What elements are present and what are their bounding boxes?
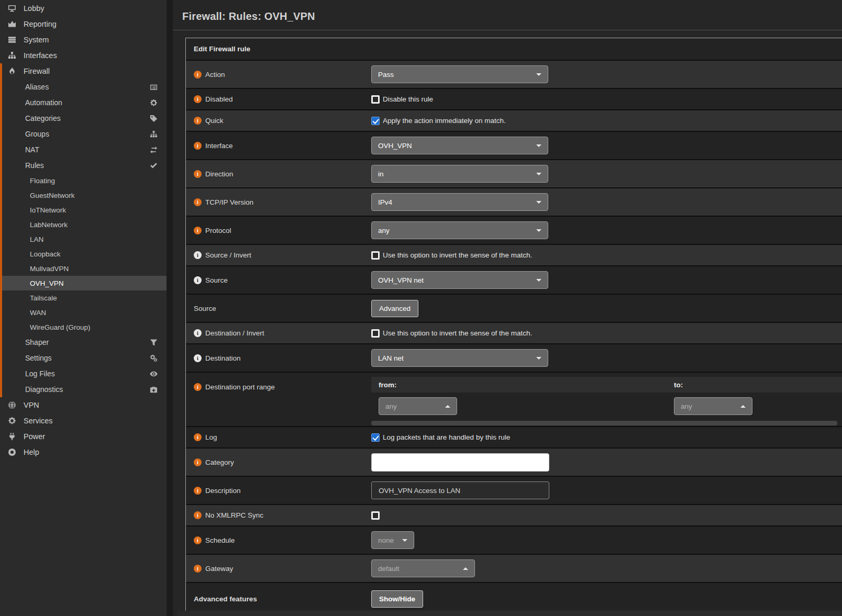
protocol-select[interactable]: any bbox=[371, 221, 548, 239]
category-input[interactable] bbox=[371, 453, 549, 472]
sidebar-item-automation[interactable]: Automation bbox=[0, 95, 167, 110]
sidebar-item-reporting[interactable]: Reporting bbox=[0, 16, 167, 32]
source-select[interactable]: OVH_VPN net bbox=[371, 271, 548, 289]
sidebar-item-mullvadvpn[interactable]: MullvadVPN bbox=[0, 261, 167, 276]
sidebar-item-label: NAT bbox=[25, 145, 39, 154]
sidebar-item-wan[interactable]: WAN bbox=[0, 305, 167, 320]
sidebar-item-label: IoTNetwork bbox=[30, 206, 66, 214]
row-label-disabled: iDisabled bbox=[186, 95, 371, 103]
source-invert-label-text: Source / Invert bbox=[205, 251, 251, 259]
caret-up-icon bbox=[445, 405, 450, 408]
row-label-log: iLog bbox=[186, 433, 371, 441]
cog-icon bbox=[8, 417, 17, 425]
sidebar-item-lan[interactable]: LAN bbox=[0, 232, 167, 247]
form-row-dest-invert: iDestination / InvertUse this option to … bbox=[186, 323, 842, 344]
info-icon: i bbox=[194, 487, 202, 495]
interface-select[interactable]: OVH_VPN bbox=[371, 137, 548, 154]
port-range-from-header: from: bbox=[371, 381, 669, 389]
schedule-label-text: Schedule bbox=[205, 536, 235, 544]
form-row-category: iCategory bbox=[186, 449, 842, 477]
sidebar-item-label: Lobby bbox=[24, 4, 45, 13]
sidebar-item-aliases[interactable]: Aliases bbox=[0, 79, 167, 95]
info-icon: i bbox=[194, 71, 202, 79]
disabled-checkbox[interactable] bbox=[371, 95, 380, 104]
sidebar-item-wireguard-group-[interactable]: WireGuard (Group) bbox=[0, 320, 167, 334]
port-to-select[interactable]: any bbox=[674, 397, 752, 415]
panel-title: Edit Firewall rule bbox=[186, 38, 842, 61]
direction-select[interactable]: in bbox=[371, 165, 548, 183]
form-row-disabled: iDisabledDisable this rule bbox=[186, 89, 842, 110]
sidebar-item-floating[interactable]: Floating bbox=[0, 173, 167, 188]
portrange-h-scrollbar[interactable] bbox=[371, 421, 837, 425]
sidebar-item-iotnetwork[interactable]: IoTNetwork bbox=[0, 203, 167, 217]
sidebar-item-label: LabNetwork bbox=[30, 221, 68, 229]
log-label-text: Log bbox=[205, 433, 217, 441]
check-icon bbox=[150, 162, 159, 170]
sidebar-item-ovh-vpn[interactable]: OVH_VPN bbox=[0, 276, 167, 290]
sidebar-item-vpn[interactable]: VPN bbox=[0, 397, 167, 413]
sidebar-item-diagnostics[interactable]: Diagnostics bbox=[0, 382, 167, 397]
log-checkbox[interactable] bbox=[371, 433, 380, 442]
sidebar-item-interfaces[interactable]: Interfaces bbox=[0, 48, 167, 63]
sidebar-item-label: Categories bbox=[25, 114, 61, 122]
sidebar-item-nat[interactable]: NAT bbox=[0, 142, 167, 158]
sidebar-item-groups[interactable]: Groups bbox=[0, 126, 167, 142]
sidebar-item-firewall[interactable]: Firewall bbox=[0, 63, 167, 79]
form-row-advanced-features: Advanced featuresShow/Hide bbox=[186, 583, 842, 614]
info-icon: i bbox=[194, 536, 202, 544]
sidebar-item-label: OVH_VPN bbox=[30, 279, 64, 287]
sidebar-item-rules[interactable]: Rules bbox=[0, 158, 167, 173]
row-control-advanced-features: Show/Hide bbox=[371, 590, 842, 608]
sidebar-item-lobby[interactable]: Lobby bbox=[0, 1, 167, 16]
sidebar-item-tailscale[interactable]: Tailscale bbox=[0, 290, 167, 305]
sidebar-item-services[interactable]: Services bbox=[0, 413, 167, 429]
sidebar-item-label: Log Files bbox=[25, 369, 55, 378]
action-label-text: Action bbox=[205, 71, 225, 79]
ipversion-select[interactable]: IPv4 bbox=[371, 193, 548, 211]
source-invert-checkbox-label: Use this option to invert the sense of t… bbox=[383, 251, 532, 259]
row-control-protocol: any bbox=[371, 221, 842, 239]
gateway-select[interactable]: default bbox=[371, 559, 475, 577]
sidebar-item-categories[interactable]: Categories bbox=[0, 110, 167, 126]
form-row-gateway: iGatewaydefault bbox=[186, 555, 842, 583]
exchange-icon bbox=[150, 146, 159, 154]
sidebar-item-labnetwork[interactable]: LabNetwork bbox=[0, 217, 167, 232]
ipversion-select-value: IPv4 bbox=[378, 198, 392, 206]
sidebar-item-label: Shaper bbox=[25, 338, 49, 346]
description-input[interactable]: OVH_VPN Access to LAN bbox=[371, 481, 549, 499]
sidebar-item-label: Reporting bbox=[24, 20, 57, 28]
sidebar-item-help[interactable]: Help bbox=[0, 444, 167, 460]
port-from-select[interactable]: any bbox=[379, 397, 457, 415]
info-icon: i bbox=[194, 511, 202, 519]
server-icon bbox=[8, 36, 17, 44]
dest-invert-label-text: Destination / Invert bbox=[205, 329, 264, 337]
interface-select-value: OVH_VPN bbox=[378, 142, 412, 150]
sidebar-item-settings[interactable]: Settings bbox=[0, 350, 167, 366]
sidebar-item-label: Interfaces bbox=[24, 51, 57, 60]
info-icon: i bbox=[194, 458, 202, 466]
sidebar-item-guestnetwork[interactable]: GuestNetwork bbox=[0, 188, 167, 203]
source-invert-checkbox[interactable] bbox=[371, 251, 380, 260]
port-range-to-header: to: bbox=[669, 381, 842, 389]
quick-checkbox[interactable] bbox=[371, 117, 380, 125]
row-control-destination: LAN net bbox=[371, 349, 842, 367]
sidebar-item-label: Diagnostics bbox=[25, 385, 63, 394]
row-control-direction: in bbox=[371, 165, 842, 183]
sidebar-item-log-files[interactable]: Log Files bbox=[0, 366, 167, 382]
row-label-source: iSource bbox=[186, 276, 371, 284]
sidebar-item-system[interactable]: System bbox=[0, 32, 167, 48]
sidebar-item-power[interactable]: Power bbox=[0, 429, 167, 444]
schedule-select[interactable]: none bbox=[371, 531, 414, 549]
port-to-select-value: any bbox=[681, 402, 692, 410]
row-label-gateway: iGateway bbox=[186, 565, 371, 573]
no-xmlrpc-sync-checkbox[interactable] bbox=[371, 511, 380, 520]
advanced-features-button[interactable]: Show/Hide bbox=[371, 590, 423, 608]
sidebar-item-loopback[interactable]: Loopback bbox=[0, 247, 167, 261]
dest-invert-checkbox[interactable] bbox=[371, 329, 380, 338]
source-advanced-button[interactable]: Advanced bbox=[371, 300, 418, 317]
sidebar-item-label: VPN bbox=[24, 401, 39, 409]
info-icon: i bbox=[194, 354, 202, 362]
destination-select[interactable]: LAN net bbox=[371, 349, 548, 367]
sidebar-item-shaper[interactable]: Shaper bbox=[0, 334, 167, 350]
action-select[interactable]: Pass bbox=[371, 65, 548, 83]
